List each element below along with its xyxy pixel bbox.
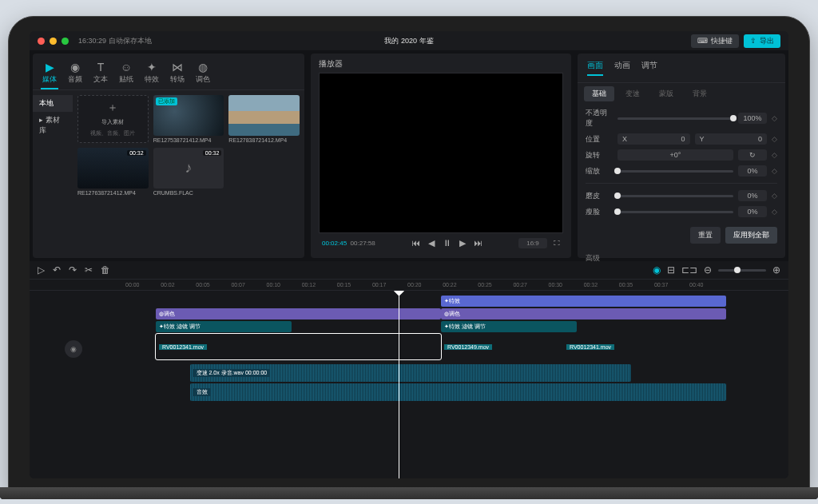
zoom-slider[interactable] bbox=[718, 269, 766, 272]
sidebar-item-library[interactable]: ▸ 素材库 bbox=[33, 112, 73, 139]
smooth-value[interactable]: 0% bbox=[738, 190, 767, 201]
tags-clip[interactable]: ✦ 特效 滤镜 调节 bbox=[441, 321, 577, 332]
tab-color[interactable]: ◍调色 bbox=[194, 58, 212, 89]
next-button[interactable]: ⏭ bbox=[474, 238, 482, 248]
subtab-basic[interactable]: 基础 bbox=[584, 86, 614, 101]
tab-transition[interactable]: ⋈转场 bbox=[169, 58, 186, 89]
player-title: 播放器 bbox=[319, 58, 563, 69]
keyframe-icon[interactable]: ◇ bbox=[772, 114, 777, 122]
step-back-button[interactable]: ◀ bbox=[428, 238, 435, 248]
close-icon[interactable] bbox=[38, 38, 45, 45]
undo-tool[interactable]: ↶ bbox=[53, 264, 61, 276]
autosave-status: 16:30:29 自动保存本地 bbox=[78, 36, 152, 46]
media-item[interactable]: 00:32 RE127638721412.MP4 bbox=[77, 148, 149, 196]
play-button[interactable]: ▶ bbox=[459, 238, 466, 248]
opacity-label: 不透明度 bbox=[586, 108, 613, 129]
opacity-value[interactable]: 100% bbox=[738, 113, 767, 124]
pause-button[interactable]: ⏸ bbox=[443, 238, 451, 248]
rotation-value[interactable]: +0° bbox=[617, 149, 733, 161]
adjust-clip[interactable]: ◍ 调色 bbox=[441, 308, 726, 319]
ruler[interactable]: 00:0000:0200:0500:0700:1000:1200:1500:17… bbox=[30, 280, 788, 291]
opacity-slider[interactable] bbox=[617, 117, 733, 120]
position-label: 位置 bbox=[586, 134, 613, 145]
project-title: 我的 2020 年鉴 bbox=[384, 36, 433, 46]
export-button[interactable]: ⇪ 导出 bbox=[744, 34, 780, 48]
tab-text[interactable]: T文本 bbox=[92, 58, 109, 89]
plus-icon: ＋ bbox=[107, 101, 118, 115]
apply-all-button[interactable]: 应用到全部 bbox=[725, 227, 777, 244]
scale-label: 缩放 bbox=[586, 166, 613, 177]
player-panel: 播放器 00:02:45 00:27:58 ⏮ ◀ ⏸ ▶ ⏭ 16:9 ⛶ bbox=[311, 54, 571, 258]
keyframe-icon[interactable]: ◇ bbox=[772, 192, 777, 200]
properties-panel: 画面 动画 调节 基础 变速 蒙版 背景 不透明度 100% ◇ 位置 bbox=[578, 54, 785, 258]
import-button[interactable]: ＋ 导入素材 视频、音频、图片 bbox=[77, 95, 149, 143]
effect-clip[interactable]: ✦ 特效 bbox=[441, 296, 726, 307]
magnet-icon[interactable]: ◉ bbox=[653, 264, 661, 276]
zoom-out-icon[interactable]: ⊖ bbox=[704, 264, 712, 276]
face-value[interactable]: 0% bbox=[738, 206, 767, 217]
clip-name: CRUMBS.FLAC bbox=[153, 190, 224, 196]
props-tab-anim[interactable]: 动画 bbox=[614, 60, 630, 76]
aspect-ratio[interactable]: 16:9 bbox=[518, 238, 547, 248]
redo-tool[interactable]: ↷ bbox=[69, 264, 77, 276]
preview-icon[interactable]: ⊏⊐ bbox=[681, 264, 697, 276]
rotation-90[interactable]: ↻ bbox=[738, 149, 767, 161]
tab-audio[interactable]: ◉音频 bbox=[66, 58, 84, 89]
video-clip[interactable]: RV0012341.mov bbox=[563, 334, 726, 359]
pos-y[interactable]: Y0 bbox=[695, 133, 768, 145]
keyframe-icon[interactable]: ◇ bbox=[772, 167, 777, 175]
select-tool[interactable]: ▷ bbox=[38, 264, 45, 276]
text-icon: T bbox=[97, 62, 105, 73]
keyframe-icon[interactable]: ◇ bbox=[772, 135, 777, 143]
audio-clip[interactable]: 音效 bbox=[190, 383, 727, 401]
current-time: 00:02:45 bbox=[322, 240, 347, 247]
minimize-icon[interactable] bbox=[50, 38, 57, 45]
scale-value[interactable]: 0% bbox=[738, 165, 767, 177]
sidebar-item-local[interactable]: 本地 bbox=[33, 95, 73, 112]
scale-slider[interactable] bbox=[617, 170, 733, 173]
split-tool[interactable]: ✂ bbox=[85, 264, 93, 276]
timeline: ▷ ↶ ↷ ✂ 🗑 ◉ ⊟ ⊏⊐ ⊖ ⊕ 00:0000:0200:0500:0… bbox=[30, 261, 788, 478]
media-item[interactable]: 已添加 RE127538721412.MP4 bbox=[153, 95, 224, 143]
subtab-bg[interactable]: 背景 bbox=[685, 86, 715, 101]
palette-icon: ◍ bbox=[198, 62, 208, 73]
tags-clip[interactable]: ✦ 特效 滤镜 调节 bbox=[156, 321, 292, 332]
transition-icon: ⋈ bbox=[172, 62, 183, 73]
sticker-icon: ☺ bbox=[121, 62, 132, 73]
props-tab-adjust[interactable]: 调节 bbox=[641, 60, 657, 76]
tab-media[interactable]: ▶媒体 bbox=[41, 58, 58, 89]
media-item[interactable]: RE127838721412.MP4 bbox=[228, 95, 300, 143]
subtab-mask[interactable]: 蒙版 bbox=[651, 86, 681, 101]
maximize-icon[interactable] bbox=[62, 38, 69, 45]
face-label: 瘦脸 bbox=[586, 207, 613, 217]
media-icon: ▶ bbox=[46, 62, 54, 73]
props-tab-video[interactable]: 画面 bbox=[587, 60, 603, 76]
music-note-icon: ♪00:32 bbox=[153, 148, 224, 189]
fullscreen-icon[interactable]: ⛶ bbox=[554, 240, 560, 247]
mute-button[interactable]: ◉ bbox=[65, 340, 82, 358]
subtab-speed[interactable]: 变速 bbox=[617, 86, 648, 101]
playhead[interactable] bbox=[399, 291, 399, 478]
reset-button[interactable]: 重置 bbox=[690, 227, 721, 244]
video-clip[interactable]: RV0012349.mov bbox=[441, 334, 563, 359]
media-sidebar: 本地 ▸ 素材库 bbox=[33, 90, 73, 258]
tab-sticker[interactable]: ☺贴纸 bbox=[117, 58, 135, 89]
delete-tool[interactable]: 🗑 bbox=[101, 264, 110, 276]
viewport[interactable] bbox=[319, 73, 563, 233]
shortcuts-button[interactable]: ⌨ 快捷键 bbox=[691, 34, 739, 48]
audio-clip[interactable]: 变速 2.0x 录音.wav 00:00:00 bbox=[190, 364, 632, 382]
clip-name: RE127838721412.MP4 bbox=[228, 137, 300, 143]
audio-icon: ◉ bbox=[70, 62, 80, 73]
zoom-in-icon[interactable]: ⊕ bbox=[772, 264, 780, 276]
keyframe-icon[interactable]: ◇ bbox=[772, 208, 777, 216]
prev-button[interactable]: ⏮ bbox=[411, 238, 420, 248]
media-item[interactable]: ♪00:32 CRUMBS.FLAC bbox=[153, 148, 224, 196]
pos-x[interactable]: X0 bbox=[617, 133, 690, 145]
rotation-label: 旋转 bbox=[586, 150, 613, 161]
smooth-slider[interactable] bbox=[617, 195, 733, 197]
tab-effect[interactable]: ✦特效 bbox=[143, 58, 161, 89]
link-icon[interactable]: ⊟ bbox=[667, 264, 675, 276]
media-panel: ▶媒体 ◉音频 T文本 ☺贴纸 ✦特效 ⋈转场 ◍调色 本地 ▸ 素材库 ＋ bbox=[33, 54, 304, 258]
face-slider[interactable] bbox=[617, 211, 733, 213]
keyframe-icon[interactable]: ◇ bbox=[772, 151, 777, 159]
